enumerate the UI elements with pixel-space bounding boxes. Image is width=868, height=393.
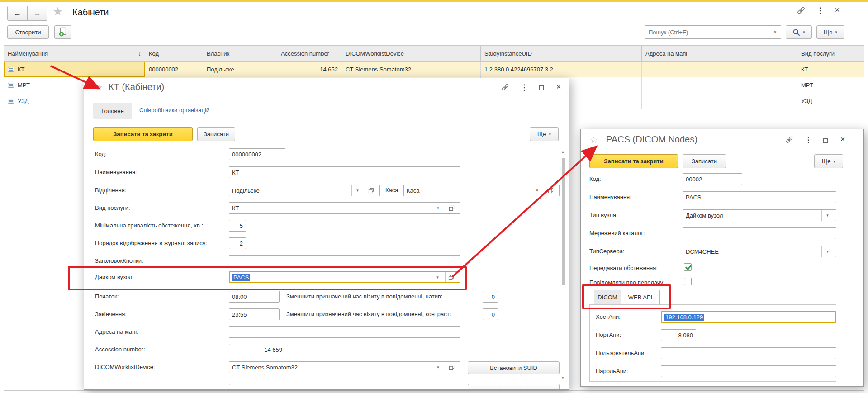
save-button[interactable]: Записати [197,127,235,141]
get-link-icon[interactable] [796,6,806,15]
api-user-field[interactable] [661,347,836,359]
scrollbar-thumb[interactable] [562,158,565,285]
chevron-down-icon: ▾ [437,206,439,210]
time-start-field[interactable]: 08:00 [229,291,280,303]
dialog-menu-icon[interactable]: ⋮ [803,135,813,144]
col-header-suid[interactable]: StudyInstanceUID [481,46,642,61]
set-suid-button[interactable]: Встановити SUID [468,361,560,374]
scroll-down-icon[interactable]: ▾ [562,376,564,380]
name-field[interactable]: КТ [229,166,460,178]
server-type-combo[interactable]: DCM4CHEE ▾ [683,246,836,257]
window-close-icon[interactable]: × [832,5,842,14]
clipped-button[interactable] [468,384,560,390]
kasa-label: Каса: [385,187,400,194]
save-close-button[interactable]: Записати та закрити [93,127,193,141]
tab-main[interactable]: Головне [93,103,132,119]
reduce-native-label: Зменшити призначений час візиту в повідо… [286,293,442,300]
dropdown-button[interactable]: ▾ [432,362,444,373]
chevron-down-icon: ▾ [356,188,359,193]
col-header-device[interactable]: DICOMWorklistDevice [342,46,481,61]
code-field[interactable]: 000000002 [229,148,285,160]
code-field[interactable]: 00002 [683,173,742,185]
save-close-button[interactable]: Записати та закрити [589,154,678,168]
min-duration-field[interactable]: 5 [229,220,246,232]
window-menu-icon[interactable]: ⋮ [815,6,825,15]
open-button[interactable] [445,272,457,282]
dialog-close-icon[interactable]: × [554,82,564,91]
open-button[interactable] [365,185,377,196]
dialog-star-icon[interactable]: ☆ [590,135,598,145]
open-button[interactable] [446,203,457,213]
accession-field[interactable]: 14 659 [229,344,285,355]
map-address-field[interactable] [229,326,460,338]
search-button[interactable]: ▾ [786,25,812,39]
reduce-native-field[interactable]: 0 [483,291,498,303]
dropdown-button[interactable]: ▾ [432,203,444,213]
kasa-combo[interactable]: Каса ▾ [403,185,560,196]
worklist-device-combo[interactable]: CT Siemens Somatom32 ▾ [229,361,460,373]
reduce-contrast-field[interactable]: 0 [483,308,498,320]
col-header-address[interactable]: Адреса на мапі [642,46,797,61]
favorite-star-icon[interactable]: ★ [52,5,63,19]
create-copy-button[interactable] [54,25,71,39]
dialog-maximize-icon[interactable] [821,136,830,145]
tab-dicom[interactable]: DICOM [594,290,621,305]
service-label: Вид послуги: [95,204,130,211]
chain-icon [785,135,794,144]
col-header-code[interactable]: Код [145,46,203,61]
api-user-label: ПользовательАпи: [596,350,646,356]
dialog-link-icon[interactable] [500,83,510,92]
dialog-more-button[interactable]: Ще▾ [814,154,843,168]
nav-forward-button[interactable]: → [27,6,47,21]
open-icon [449,205,455,211]
scroll-up-icon[interactable]: ▴ [562,150,564,154]
tab-employees[interactable]: Співробітники організацій [139,107,209,114]
dropdown-button[interactable]: ▾ [351,185,363,196]
display-order-field[interactable]: 2 [229,237,246,249]
col-header-name[interactable]: Найменування ↓ [4,46,145,61]
dialog-more-button[interactable]: Ще▾ [530,127,559,141]
transfer-checkbox[interactable] [684,263,692,271]
department-combo[interactable]: Подільске ▾ [229,185,380,196]
dropdown-button[interactable]: ▾ [531,185,543,196]
display-order-label: Порядок відображення в журналі запису: [95,240,207,246]
dropdown-button[interactable]: ▾ [821,246,833,257]
row-name-cell[interactable]: КТ [4,62,145,77]
button-title-label: ЗаголовокКнопки: [95,257,143,264]
dialog-close-icon[interactable]: × [838,135,848,144]
network-dir-field[interactable] [683,227,836,239]
col-header-owner[interactable]: Власник [203,46,277,61]
tab-webapi[interactable]: WEB API [621,290,660,305]
dialog-link-icon[interactable] [784,135,794,144]
service-combo[interactable]: КТ ▾ [229,202,460,214]
col-header-service[interactable]: Вид послуги [797,46,865,61]
nav-back-button[interactable]: ← [7,6,28,21]
button-title-field[interactable] [229,255,460,267]
dropdown-button[interactable]: ▾ [432,272,443,282]
notify-checkbox[interactable] [684,278,692,285]
dialog-menu-icon[interactable]: ⋮ [519,83,529,92]
api-port-field[interactable]: 8 080 [661,329,696,341]
clipped-field[interactable] [229,384,460,390]
table-row[interactable]: КТ 000000002 Подільске 14 652 CT Siemens… [4,62,864,77]
dialog-star-icon[interactable]: ☆ [95,82,103,93]
dialog-maximize-icon[interactable] [536,83,546,92]
check-icon [685,264,692,270]
dropdown-button[interactable]: ▾ [821,210,833,221]
create-button[interactable]: Створити [7,25,49,39]
open-button[interactable] [545,185,556,196]
api-pass-field[interactable] [661,365,836,377]
api-host-label: ХостАпи: [596,313,621,320]
node-type-combo[interactable]: Дайком вузол ▾ [683,209,836,221]
search-input[interactable] [645,29,769,36]
search-dropdown-icon: ▾ [803,30,805,34]
save-button[interactable]: Записати [683,154,726,168]
search-clear-icon[interactable]: × [769,26,781,38]
list-more-button[interactable]: Ще ▾ [816,25,844,39]
open-button[interactable] [446,362,457,373]
time-end-field[interactable]: 23:55 [229,308,280,320]
dicom-node-combo[interactable]: PACS ▾ [229,271,460,283]
col-header-accession[interactable]: Accession number [277,46,342,61]
api-host-field[interactable]: 192.168.0.129 [661,311,836,323]
name-field[interactable]: PACS [683,191,836,203]
